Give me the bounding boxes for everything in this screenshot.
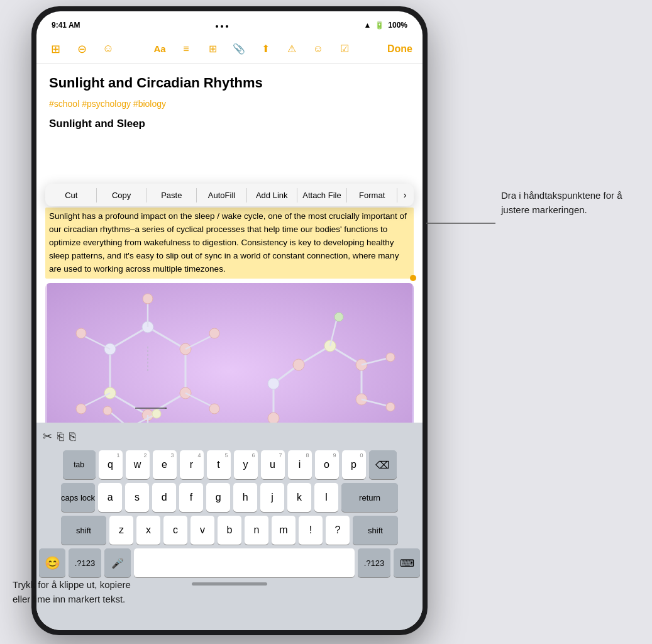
more-arrow[interactable]: › xyxy=(397,190,412,200)
svg-point-18 xyxy=(209,404,219,414)
return-key[interactable]: return xyxy=(341,483,398,512)
svg-point-24 xyxy=(76,328,86,338)
delete-key[interactable]: ⌫ xyxy=(369,450,397,479)
t-key[interactable]: 5t xyxy=(207,450,231,479)
r-key[interactable]: 4r xyxy=(180,450,204,479)
warning-icon[interactable]: ⚠ xyxy=(283,40,301,58)
shift-key-right[interactable]: shift xyxy=(353,516,398,545)
keyboard-toolbar: ✂ ⎗ ⎘ xyxy=(36,423,423,450)
a-key[interactable]: a xyxy=(98,483,122,512)
mic-key[interactable]: 🎤 xyxy=(104,548,131,577)
copy-button[interactable]: Copy xyxy=(97,188,147,203)
l-key[interactable]: l xyxy=(314,483,338,512)
context-menu: Cut Copy Paste AutoFill Add Link Attach … xyxy=(45,184,414,206)
svg-point-38 xyxy=(334,313,343,321)
keyboard-row-2: caps lock a s d f g h j k l return xyxy=(39,483,420,512)
add-link-button[interactable]: Add Link xyxy=(247,188,297,203)
sidebar-icon[interactable]: ⊞ xyxy=(47,40,64,58)
svg-point-22 xyxy=(76,404,86,414)
space-key[interactable] xyxy=(134,548,355,577)
home-indicator xyxy=(192,582,267,586)
question-key[interactable]: ? xyxy=(326,516,350,545)
p-key[interactable]: 0p xyxy=(342,450,366,479)
emoji-icon[interactable]: ☺ xyxy=(309,40,327,58)
s-key[interactable]: s xyxy=(125,483,149,512)
battery-icon: 🔋 xyxy=(375,21,384,30)
callout-line-left xyxy=(135,400,167,411)
callout-right: Dra i håndtakspunktene for å justere mar… xyxy=(501,189,639,217)
wifi-icon: ▲ xyxy=(363,21,371,30)
f-key[interactable]: f xyxy=(179,483,203,512)
d-key[interactable]: d xyxy=(152,483,176,512)
g-key[interactable]: g xyxy=(206,483,230,512)
numeric-key-right[interactable]: .?123 xyxy=(358,548,390,577)
svg-point-48 xyxy=(103,406,112,415)
svg-point-31 xyxy=(293,359,304,370)
k-key[interactable]: k xyxy=(287,483,311,512)
svg-point-51 xyxy=(426,223,428,224)
selected-text: Sunlight has a profound impact on the sl… xyxy=(49,211,407,274)
ipad-screen: 9:41 AM ▲ 🔋 100% ⊞ ⊖ ☺ Aa ≡ ⊞ 📎 ⬆ ⚠ xyxy=(36,11,423,630)
q-key[interactable]: 1q xyxy=(99,450,123,479)
z-key[interactable]: z xyxy=(109,516,133,545)
share-icon[interactable]: ⬆ xyxy=(257,40,274,58)
smiley-icon[interactable]: ☺ xyxy=(99,40,117,58)
note-title: Sunlight and Circadian Rhythms xyxy=(49,74,410,92)
format-button[interactable]: Format xyxy=(347,188,397,203)
keyboard-row-4: 😊 .?123 🎤 .?123 ⌨ xyxy=(39,548,420,577)
callout-left: Trykk for å klippe ut, kopiere eller lim… xyxy=(13,578,151,606)
o-key[interactable]: 9o xyxy=(315,450,339,479)
minus-circle-icon[interactable]: ⊖ xyxy=(73,40,91,58)
emoji-key[interactable]: 😊 xyxy=(39,548,65,577)
battery-percent: 100% xyxy=(388,21,407,30)
checkbox-icon[interactable]: ☑ xyxy=(336,40,353,58)
svg-point-40 xyxy=(386,353,395,362)
c-key[interactable]: c xyxy=(163,516,187,545)
table-icon[interactable]: ⊞ xyxy=(204,40,221,58)
m-key[interactable]: m xyxy=(272,516,296,545)
numeric-key-left[interactable]: .?123 xyxy=(69,548,101,577)
scissors-icon[interactable]: ✂ xyxy=(43,430,52,443)
shift-key-left[interactable]: shift xyxy=(61,516,106,545)
w-key[interactable]: 2w xyxy=(126,450,150,479)
note-subtitle: Sunlight and Sleep xyxy=(49,118,410,130)
copy-icon[interactable]: ⎗ xyxy=(57,430,64,443)
u-key[interactable]: 7u xyxy=(261,450,285,479)
note-tags: #school #psychology #biology xyxy=(49,99,410,109)
paste-icon[interactable]: ⎘ xyxy=(69,430,76,443)
status-dots xyxy=(216,23,228,28)
j-key[interactable]: j xyxy=(260,483,284,512)
exclaim-key[interactable]: ! xyxy=(299,516,323,545)
b-key[interactable]: b xyxy=(218,516,241,545)
checklist-icon[interactable]: ≡ xyxy=(177,40,195,58)
selection-handle[interactable] xyxy=(410,275,416,281)
e-key[interactable]: 3e xyxy=(153,450,177,479)
attach-file-button[interactable]: Attach File xyxy=(297,188,348,203)
callout-right-text: Dra i håndtakspunktene for å justere mar… xyxy=(501,190,622,215)
svg-point-35 xyxy=(268,378,279,389)
text-format-icon[interactable]: Aa xyxy=(151,40,169,58)
cut-button[interactable]: Cut xyxy=(47,188,97,203)
done-button[interactable]: Done xyxy=(387,43,412,55)
attachment-icon[interactable]: 📎 xyxy=(230,40,248,58)
toolbar: ⊞ ⊖ ☺ Aa ≡ ⊞ 📎 ⬆ ⚠ ☺ ☑ Done xyxy=(36,34,423,64)
keyboard-row-1: tab 1q 2w 3e 4r 5t 6y 7u 8i 9o 0p ⌫ xyxy=(39,450,420,479)
v-key[interactable]: v xyxy=(191,516,214,545)
svg-point-53 xyxy=(165,408,167,409)
content-area: Sunlight and Circadian Rhythms #school #… xyxy=(36,64,423,467)
caps-lock-key[interactable]: caps lock xyxy=(61,483,95,512)
keyboard-row-3: shift z x c v b n m ! ? shift xyxy=(39,516,420,545)
svg-point-42 xyxy=(386,402,395,411)
status-time: 9:41 AM xyxy=(52,21,80,30)
i-key[interactable]: 8i xyxy=(288,450,312,479)
status-bar: 9:41 AM ▲ 🔋 100% xyxy=(36,11,423,34)
y-key[interactable]: 6y xyxy=(234,450,258,479)
keyboard-key[interactable]: ⌨ xyxy=(394,548,420,577)
n-key[interactable]: n xyxy=(245,516,268,545)
autofill-button[interactable]: AutoFill xyxy=(197,188,247,203)
x-key[interactable]: x xyxy=(136,516,160,545)
callout-line-right xyxy=(426,223,502,224)
tab-key[interactable]: tab xyxy=(63,450,96,479)
h-key[interactable]: h xyxy=(233,483,257,512)
paste-button[interactable]: Paste xyxy=(146,188,197,203)
